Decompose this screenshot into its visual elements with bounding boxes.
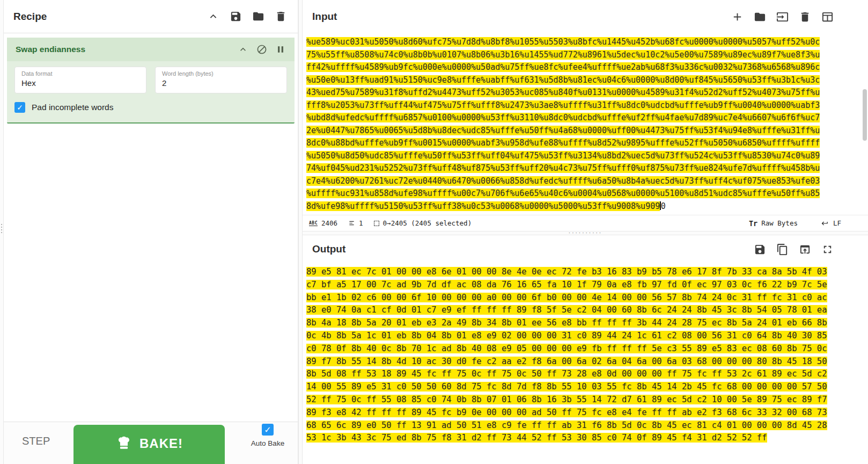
text-line: c7e4%u6200%u7261%uc72e%u0440%u6470%u0066… <box>306 175 868 188</box>
text-line: c0 78 0f 8b 40 0c 8b 70 1c ad 8b 40 08 e… <box>306 343 868 356</box>
pad-incomplete-words-checkbox[interactable]: ✓ <box>14 102 25 113</box>
open-input-button[interactable] <box>776 11 789 23</box>
clear-input-trash-button[interactable] <box>799 11 811 23</box>
recipe-panel: Recipe Swap endianness <box>4 0 298 464</box>
text-line: %u5050%u8d50%udc85%ufffe%u50ff%u53ff%uff… <box>306 150 868 163</box>
recipe-title: Recipe <box>13 11 47 23</box>
recipe-io-divider[interactable] <box>298 0 303 464</box>
text-line: 53 1c 3b 43 3c 75 ed 8b 75 f8 31 d2 ff 7… <box>306 432 868 445</box>
copy-output-button[interactable] <box>776 243 789 256</box>
text-line: 8d%ufe98%uffff%u5150%u53ff%uff38%u0c53%u… <box>306 200 868 213</box>
char-count-item: ABC 2406 <box>309 219 337 227</box>
text-line: 52 ff 75 0c ff 55 08 85 c0 74 0b 8b 07 0… <box>306 394 868 407</box>
text-line: 14 00 55 89 e5 31 c0 50 50 60 8d 75 fc 8… <box>306 381 868 394</box>
word-length-field[interactable]: Word length (bytes) 2 <box>155 67 287 93</box>
maximise-output-button[interactable] <box>821 243 834 256</box>
text-line: 38 e0 74 0a c1 cf 0d 01 c7 e9 ef ff ff f… <box>306 304 868 317</box>
text-line: 2e%u0447%u7865%u0065%u5d8b%u8dec%udc85%u… <box>306 125 868 137</box>
line-count-item: 1 <box>348 219 363 227</box>
auto-bake-checkbox[interactable]: ✓ <box>262 424 274 436</box>
text-line: c7 bf a5 17 00 7c ad 9b 7d df ac 08 da 7… <box>306 279 868 292</box>
io-splitter[interactable]: ·········· <box>303 231 868 235</box>
input-title: Input <box>312 11 337 23</box>
selection-info-value: 0→2405 (2405 selected) <box>383 219 472 227</box>
data-format-value[interactable]: Hex <box>21 78 139 88</box>
text-line: 8dc0%u88bd%ufffe%ub9ff%u0015%u0000%uabf3… <box>306 137 868 150</box>
clear-recipe-trash-button[interactable] <box>275 10 287 23</box>
text-line: 43%ued75%u7589%u31f8%uffd2%u4473%uff52%u… <box>306 86 868 99</box>
text-line: %ue589%uc031%u5050%u8d60%ufc75%u7d8d%u8b… <box>306 36 868 49</box>
text-line: 8b 4a 18 8b 5a 20 01 eb e3 2a 49 8b 34 8… <box>306 317 868 330</box>
recipe-header: Recipe <box>4 0 298 33</box>
data-format-field[interactable]: Data format Hex <box>14 67 146 93</box>
unselected-char: 0 <box>661 201 666 211</box>
text-line: 68 65 6c 89 e0 50 ff 13 91 ad 50 51 e8 c… <box>306 419 868 432</box>
operation-title: Swap endianness <box>16 45 85 54</box>
operation-body: Data format Hex Word length (bytes) 2 ✓ … <box>7 61 295 122</box>
step-button[interactable]: STEP <box>22 435 50 447</box>
save-output-button[interactable] <box>754 243 766 256</box>
text-line: 8b 5d 08 ff 53 18 89 45 fc ff 75 0c ff 7… <box>306 368 868 381</box>
auto-bake-label: Auto Bake <box>251 439 284 447</box>
char-count-value: 2406 <box>321 219 337 227</box>
output-title: Output <box>312 243 345 255</box>
text-line: 89 e5 81 ec 7c 01 00 00 e8 6e 01 00 00 8… <box>306 266 868 279</box>
collapse-operation-button[interactable] <box>238 44 248 55</box>
input-eol-toggle[interactable]: LF <box>820 219 841 227</box>
breakpoint-pause-icon[interactable] <box>275 44 286 55</box>
text-line: 89 f3 e8 42 ff ff ff 89 45 fc b9 0e 00 0… <box>306 407 868 419</box>
text-line: 75%u55ff%u8508%u74c0%u8b0b%u0107%u8b06%u… <box>306 49 868 62</box>
collapse-recipe-button[interactable] <box>207 10 219 23</box>
io-column: Input <box>303 0 868 464</box>
text-line: ff42%uffff%u4589%ub9fc%u000e%u0000%u50ad… <box>306 61 868 74</box>
word-length-label: Word length (bytes) <box>162 70 280 77</box>
bake-button-label: BAKE! <box>139 436 183 451</box>
recipe-footer: STEP BAKE! ✓ Auto Bake <box>4 422 298 464</box>
text-line: %uffff%uc931%u858d%ufe98%uffff%u00c7%u70… <box>306 187 868 200</box>
text-line: 0c 4b 8b 5a 1c 01 eb 8b 04 8b 01 e8 e9 0… <box>306 330 868 343</box>
output-text[interactable]: 89 e5 81 ec 7c 01 00 00 e8 6e 01 00 00 8… <box>303 263 868 464</box>
text-line: %ubd8d%ufedc%uffff%u6857%u0100%u0000%u53… <box>306 112 868 125</box>
recipe-operation-list: Swap endianness <box>4 33 298 422</box>
drag-handle-icon <box>1 222 2 235</box>
input-encoding-toggle[interactable]: Tr Raw Bytes <box>749 219 798 228</box>
operation-header[interactable]: Swap endianness <box>7 38 295 61</box>
line-count-icon <box>348 220 355 226</box>
cyberchef-app: Recipe Swap endianness <box>0 0 868 464</box>
input-eol-value: LF <box>833 219 841 227</box>
chef-icon <box>115 435 133 452</box>
char-count-icon: ABC <box>309 221 318 226</box>
text-line: 74%uf045%ud231%u5252%u73ff%uff48%uf875%u… <box>306 162 868 175</box>
selection-info-item: 0→2405 (2405 selected) <box>374 219 472 227</box>
open-output-in-tab-button[interactable] <box>799 243 811 256</box>
bake-button[interactable]: BAKE! <box>73 425 225 464</box>
open-file-folder-button[interactable] <box>754 11 766 23</box>
word-length-value[interactable]: 2 <box>162 78 280 88</box>
add-input-tab-button[interactable] <box>731 11 744 23</box>
input-tabs-view-button[interactable] <box>821 11 834 23</box>
line-count-value: 1 <box>359 219 363 227</box>
input-pane: Input <box>303 0 868 231</box>
data-format-label: Data format <box>21 70 139 77</box>
load-recipe-folder-button[interactable] <box>252 10 264 23</box>
text-line: 89 f7 8b 55 14 8b 4d 10 ac 30 d0 fe c2 a… <box>306 356 868 368</box>
pad-incomplete-words-label: Pad incomplete words <box>32 103 114 112</box>
left-resize-gutter[interactable] <box>0 0 4 464</box>
input-encoding-value: Raw Bytes <box>761 219 798 227</box>
selection-icon <box>374 221 379 226</box>
character-encoding-icon: Tr <box>749 219 757 228</box>
text-line: %u50e0%u13ff%uad91%u5150%uc9e8%ufffe%uab… <box>306 74 868 87</box>
text-line: fff8%u2053%u73ff%uff44%uf475%u75ff%ufff8… <box>306 99 868 112</box>
input-scrollbar-thumb[interactable] <box>863 89 867 141</box>
text-line: bb e1 1b 02 c6 00 00 6f 10 00 00 00 a0 0… <box>306 292 868 305</box>
output-pane: Output 89 e5 <box>303 235 868 464</box>
save-recipe-button[interactable] <box>230 10 242 23</box>
line-ending-return-icon <box>820 220 829 227</box>
disable-operation-icon[interactable] <box>256 44 267 55</box>
output-header: Output <box>303 235 868 263</box>
input-header: Input <box>303 0 868 33</box>
auto-bake-control: ✓ Auto Bake <box>247 424 289 447</box>
input-text[interactable]: %ue589%uc031%u5050%u8d60%ufc75%u7d8d%u8b… <box>303 33 868 215</box>
operation-swap-endianness[interactable]: Swap endianness <box>7 38 295 124</box>
